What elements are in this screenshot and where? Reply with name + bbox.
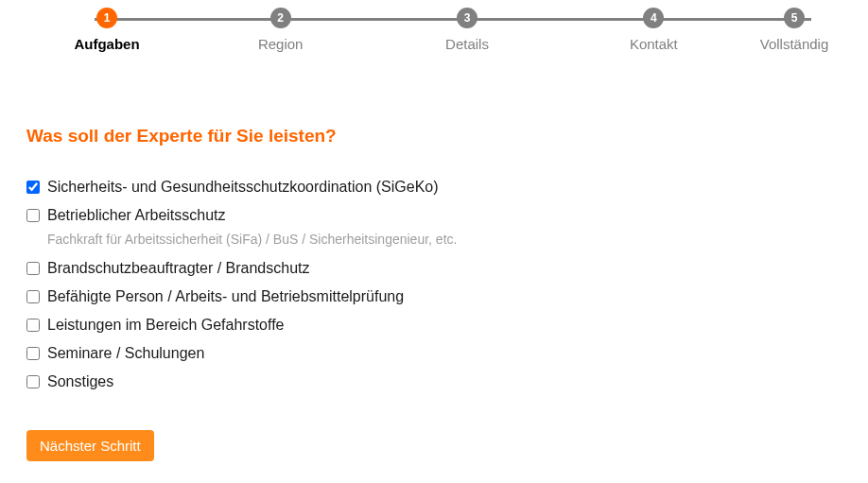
next-step-button[interactable]: Nächster Schritt xyxy=(26,430,154,461)
step-aufgaben[interactable]: 1 Aufgaben xyxy=(26,8,187,52)
stepper: 1 Aufgaben 2 Region 3 Details 4 Kontakt … xyxy=(0,0,868,52)
label-sigeko[interactable]: Sicherheits- und Gesundheitsschutzkoordi… xyxy=(47,179,439,196)
step-circle-1: 1 xyxy=(96,8,117,28)
label-gefahrstoffe[interactable]: Leistungen im Bereich Gefahrstoffe xyxy=(47,317,285,334)
hint-arbeitsschutz: Fachkraft für Arbeitssicherheit (SiFa) /… xyxy=(47,232,842,247)
options-list: Sicherheits- und Gesundheitsschutzkoordi… xyxy=(26,179,842,390)
step-region[interactable]: 2 Region xyxy=(187,8,373,52)
label-seminare[interactable]: Seminare / Schulungen xyxy=(47,345,204,362)
label-sonstiges[interactable]: Sonstiges xyxy=(47,373,113,390)
checkbox-befaehigte[interactable] xyxy=(26,290,40,303)
label-befaehigte[interactable]: Befähigte Person / Arbeits- und Betriebs… xyxy=(47,288,404,305)
step-label-2: Region xyxy=(258,36,304,52)
checkbox-arbeitsschutz[interactable] xyxy=(26,209,40,222)
step-details[interactable]: 3 Details xyxy=(373,8,560,52)
step-label-1: Aufgaben xyxy=(74,36,139,52)
option-sigeko: Sicherheits- und Gesundheitsschutzkoordi… xyxy=(26,179,842,196)
step-label-3: Details xyxy=(445,36,489,52)
step-label-4: Kontakt xyxy=(630,36,678,52)
step-circle-3: 3 xyxy=(457,8,477,28)
option-brandschutz: Brandschutzbeauftragter / Brandschutz xyxy=(26,260,842,277)
step-label-5: Vollständig xyxy=(760,36,829,52)
option-seminare: Seminare / Schulungen xyxy=(26,345,842,362)
step-circle-5: 5 xyxy=(784,8,805,28)
step-circle-4: 4 xyxy=(643,8,664,28)
option-arbeitsschutz: Betrieblicher Arbeitsschutz xyxy=(26,207,842,224)
checkbox-brandschutz[interactable] xyxy=(26,262,40,275)
step-vollstaendig[interactable]: 5 Vollständig xyxy=(747,8,842,52)
option-gefahrstoffe: Leistungen im Bereich Gefahrstoffe xyxy=(26,317,842,334)
step-kontakt[interactable]: 4 Kontakt xyxy=(561,8,747,52)
step-circle-2: 2 xyxy=(270,8,291,28)
label-arbeitsschutz[interactable]: Betrieblicher Arbeitsschutz xyxy=(47,207,226,224)
checkbox-gefahrstoffe[interactable] xyxy=(26,319,40,332)
option-befaehigte: Befähigte Person / Arbeits- und Betriebs… xyxy=(26,288,842,305)
option-sonstiges: Sonstiges xyxy=(26,373,842,390)
form-heading: Was soll der Experte für Sie leisten? xyxy=(26,126,842,147)
checkbox-sigeko[interactable] xyxy=(26,181,40,194)
checkbox-sonstiges[interactable] xyxy=(26,375,40,388)
label-brandschutz[interactable]: Brandschutzbeauftragter / Brandschutz xyxy=(47,260,310,277)
checkbox-seminare[interactable] xyxy=(26,347,40,360)
